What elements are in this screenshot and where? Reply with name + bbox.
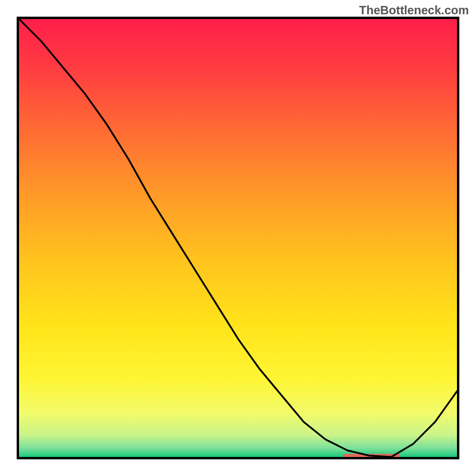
plot-frame: [17, 17, 459, 459]
data-curve: [19, 19, 457, 457]
attribution-text: TheBottleneck.com: [359, 4, 469, 17]
chart-container: TheBottleneck.com: [0, 0, 476, 476]
plot-area: [19, 19, 457, 457]
